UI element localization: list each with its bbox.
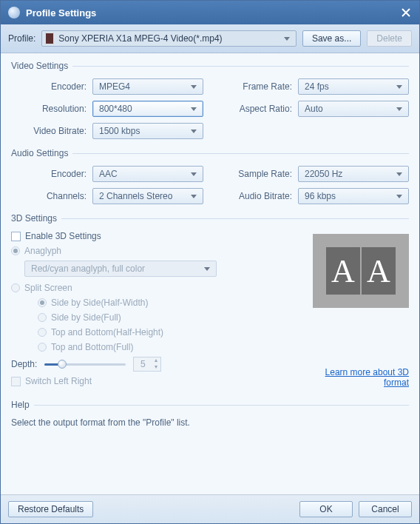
profile-label: Profile: <box>8 33 35 44</box>
sbs-full-radio <box>38 313 47 322</box>
app-icon <box>8 7 20 19</box>
depth-value: 5 <box>134 359 152 369</box>
anaglyph-radio <box>11 246 20 255</box>
restore-defaults-button[interactable]: Restore Defaults <box>8 501 93 517</box>
channels-dropdown[interactable]: 2 Channels Stereo <box>92 188 203 204</box>
video-settings-title: Video Settings <box>11 61 68 71</box>
audio-encoder-label: Encoder: <box>11 169 92 179</box>
profile-selected-text: Sony XPERIA X1a MPEG-4 Video(*.mp4) <box>58 33 280 44</box>
chevron-down-icon <box>396 172 402 176</box>
aspect-ratio-label: Aspect Ratio: <box>217 104 298 114</box>
tb-full-radio <box>38 343 47 352</box>
audio-encoder-dropdown[interactable]: AAC <box>92 166 203 182</box>
anaglyph-label: Anaglyph <box>24 246 61 256</box>
video-encoder-label: Encoder: <box>11 81 92 92</box>
split-screen-radio <box>11 283 20 292</box>
frame-rate-dropdown[interactable]: 24 fps <box>298 78 409 95</box>
chevron-down-icon <box>191 172 197 176</box>
divider <box>61 218 409 219</box>
resolution-label: Resolution: <box>11 104 92 114</box>
window-title: Profile Settings <box>26 7 397 19</box>
channels-label: Channels: <box>11 191 92 201</box>
help-title: Help <box>11 400 30 410</box>
preview-letter-right: A <box>362 247 396 295</box>
divider <box>72 66 409 67</box>
video-encoder-dropdown[interactable]: MPEG4 <box>92 78 203 95</box>
cancel-button[interactable]: Cancel <box>359 501 412 517</box>
sbs-full-label: Side by Side(Full) <box>51 312 121 323</box>
anaglyph-type-dropdown: Red/cyan anaglyph, full color <box>24 261 217 277</box>
profile-settings-window: Profile Settings Profile: Sony XPERIA X1… <box>0 0 420 524</box>
learn-more-link[interactable]: Learn more about 3D format <box>313 367 409 388</box>
profile-bar: Profile: Sony XPERIA X1a MPEG-4 Video(*.… <box>1 24 419 53</box>
three-d-settings-group: 3D Settings Enable 3D Settings Anaglyph … <box>11 213 409 391</box>
chevron-down-icon <box>284 37 290 41</box>
switch-left-right-label: Switch Left Right <box>25 376 92 386</box>
sbs-half-radio <box>38 298 47 307</box>
video-bitrate-label: Video Bitrate: <box>11 126 92 136</box>
chevron-down-icon <box>396 107 402 111</box>
resolution-dropdown[interactable]: 800*480 <box>92 101 203 117</box>
main-panel: Video Settings Encoder: MPEG4 Frame Rate… <box>1 53 419 494</box>
sample-rate-label: Sample Rate: <box>217 169 298 179</box>
divider <box>34 405 409 406</box>
divider <box>72 153 409 154</box>
three-d-settings-title: 3D Settings <box>11 213 57 224</box>
preview-letter-left: A <box>326 247 360 295</box>
chevron-down-icon <box>396 195 402 198</box>
frame-rate-label: Frame Rate: <box>217 81 298 92</box>
chevron-down-icon <box>191 130 197 133</box>
spinner-down-icon: ▾ <box>152 364 160 371</box>
sbs-half-label: Side by Side(Half-Width) <box>51 298 148 308</box>
help-text: Select the output format from the "Profi… <box>11 417 409 428</box>
audio-bitrate-dropdown[interactable]: 96 kbps <box>298 188 409 204</box>
chevron-down-icon <box>191 85 197 89</box>
tb-half-radio <box>38 328 47 337</box>
chevron-down-icon <box>396 85 402 89</box>
video-settings-group: Video Settings Encoder: MPEG4 Frame Rate… <box>11 61 409 139</box>
audio-bitrate-label: Audio Bitrate: <box>217 191 298 201</box>
titlebar: Profile Settings <box>1 1 419 24</box>
audio-settings-group: Audio Settings Encoder: AAC Sample Rate:… <box>11 148 409 204</box>
aspect-ratio-dropdown[interactable]: Auto <box>298 101 409 117</box>
close-button[interactable] <box>397 4 415 21</box>
three-d-preview: A A <box>313 234 409 308</box>
video-bitrate-dropdown[interactable]: 1500 kbps <box>92 123 203 139</box>
depth-slider[interactable] <box>44 358 126 370</box>
device-icon <box>45 33 54 44</box>
audio-settings-title: Audio Settings <box>11 148 68 158</box>
delete-button: Delete <box>367 30 412 47</box>
split-screen-label: Split Screen <box>24 283 72 293</box>
enable-3d-label: Enable 3D Settings <box>25 231 101 241</box>
enable-3d-checkbox[interactable] <box>11 232 21 241</box>
chevron-down-icon <box>204 267 210 271</box>
slider-thumb[interactable] <box>58 360 67 369</box>
close-icon <box>402 8 410 17</box>
save-as-button[interactable]: Save as... <box>302 30 361 47</box>
profile-dropdown[interactable]: Sony XPERIA X1a MPEG-4 Video(*.mp4) <box>41 30 297 47</box>
chevron-down-icon <box>191 107 197 111</box>
ok-button[interactable]: OK <box>299 501 353 517</box>
switch-left-right-checkbox <box>11 377 21 386</box>
footer: Restore Defaults OK Cancel <box>1 494 419 523</box>
depth-spinner: 5 ▴▾ <box>133 357 161 372</box>
tb-full-label: Top and Bottom(Full) <box>51 342 133 352</box>
depth-label: Depth: <box>11 359 37 369</box>
help-group: Help Select the output format from the "… <box>11 400 409 428</box>
tb-half-label: Top and Bottom(Half-Height) <box>51 327 163 337</box>
sample-rate-dropdown[interactable]: 22050 Hz <box>298 166 409 182</box>
chevron-down-icon <box>191 195 197 198</box>
